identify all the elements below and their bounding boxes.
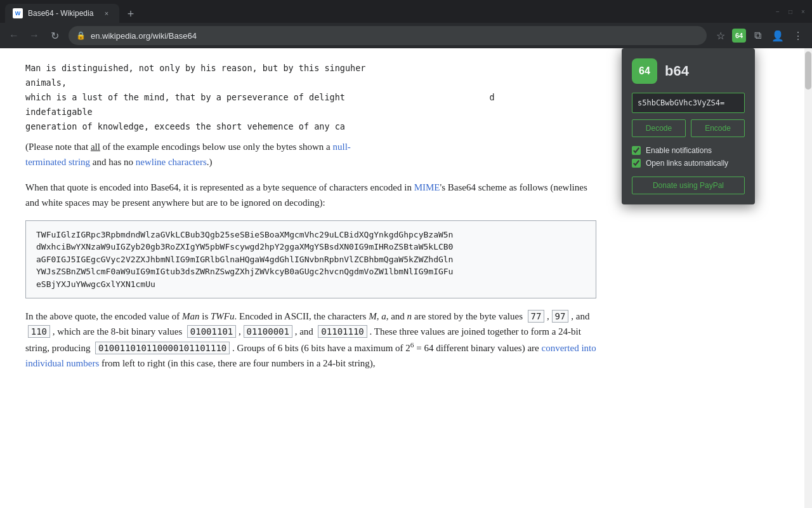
window-controls: − □ × <box>774 8 807 15</box>
tab-title: Base64 - Wikipedia <box>28 9 96 18</box>
newline-characters-link[interactable]: newline characters <box>136 157 207 167</box>
new-tab-button[interactable]: + <box>122 5 140 23</box>
page-top-line5: generation of knowledge, exceeds the sho… <box>25 121 345 131</box>
base64-code-block: TWFuIGlzIGRpc3RpbmdndWlzaGVkLCBub3Qgb25s… <box>25 220 596 299</box>
ext-checkboxes: Enable notifications Open links automati… <box>632 146 745 168</box>
ext-input-field[interactable] <box>632 93 745 113</box>
page-content: Man is distinguished, not only by his re… <box>0 48 622 394</box>
mime-link[interactable]: MIME <box>414 182 440 192</box>
close-button[interactable]: × <box>799 8 807 15</box>
page-top-line3: which is a lust of the mind, that by a p… <box>25 92 345 102</box>
nav-actions: ☆ 64 ⧉ 👤 ⋮ <box>712 27 807 44</box>
ext-name: b64 <box>665 63 689 79</box>
extensions-button[interactable]: ⧉ <box>749 27 766 44</box>
ext-header: 64 b64 <box>632 58 745 84</box>
open-links-checkbox[interactable] <box>632 159 641 168</box>
open-links-item[interactable]: Open links automatically <box>632 159 745 168</box>
maximize-button[interactable]: □ <box>787 8 794 15</box>
scrollbar[interactable] <box>804 48 812 508</box>
extension-popup: 64 b64 Decode Encode Enable notification… <box>622 48 755 204</box>
tab-bar: W Base64 - Wikipedia × + <box>5 0 769 23</box>
para-man: In the above quote, the encoded value of… <box>25 309 596 371</box>
scrollbar-thumb[interactable] <box>805 51 811 90</box>
enable-notifications-checkbox[interactable] <box>632 146 641 155</box>
para-note: (Please note that all of the example enc… <box>25 139 596 170</box>
menu-button[interactable]: ⋮ <box>789 27 807 44</box>
address-text: en.wikipedia.org/wiki/Base64 <box>91 31 699 41</box>
refresh-button[interactable]: ↻ <box>46 27 63 44</box>
lock-icon: 🔒 <box>76 31 86 40</box>
bookmark-button[interactable]: ☆ <box>712 27 730 44</box>
ext-buttons: Decode Encode <box>632 119 745 137</box>
active-tab[interactable]: W Base64 - Wikipedia × <box>5 4 119 23</box>
forward-button[interactable]: → <box>25 27 43 44</box>
minimize-button[interactable]: − <box>774 8 782 15</box>
address-bar[interactable]: 🔒 en.wikipedia.org/wiki/Base64 <box>69 26 707 45</box>
tab-close-button[interactable]: × <box>102 8 112 18</box>
ext-logo: 64 <box>632 58 657 84</box>
browser-frame: W Base64 - Wikipedia × + − □ × ← → ↻ 🔒 e… <box>0 0 812 508</box>
encode-button[interactable]: Encode <box>691 119 745 137</box>
decode-button[interactable]: Decode <box>632 119 686 137</box>
para-encoding: When that quote is encoded into Base64, … <box>25 180 596 210</box>
donate-button[interactable]: Donate using PayPal <box>632 177 745 194</box>
enable-notifications-item[interactable]: Enable notifications <box>632 146 745 155</box>
page-top-line1: Man is distinguished, not only by his re… <box>25 63 350 73</box>
enable-notifications-label: Enable notifications <box>646 146 712 155</box>
back-button[interactable]: ← <box>5 27 23 44</box>
tab-favicon: W <box>13 8 23 18</box>
title-bar: W Base64 - Wikipedia × + − □ × <box>0 0 812 23</box>
page-top-line2: animals, <box>25 77 67 88</box>
profile-button[interactable]: 👤 <box>769 27 787 44</box>
page-top-line4: indefatigable <box>25 107 93 117</box>
open-links-label: Open links automatically <box>646 159 728 168</box>
page-area: Man is distinguished, not only by his re… <box>0 48 812 508</box>
b64-extension-icon[interactable]: 64 <box>732 29 746 43</box>
nav-bar: ← → ↻ 🔒 en.wikipedia.org/wiki/Base64 ☆ 6… <box>0 23 812 48</box>
